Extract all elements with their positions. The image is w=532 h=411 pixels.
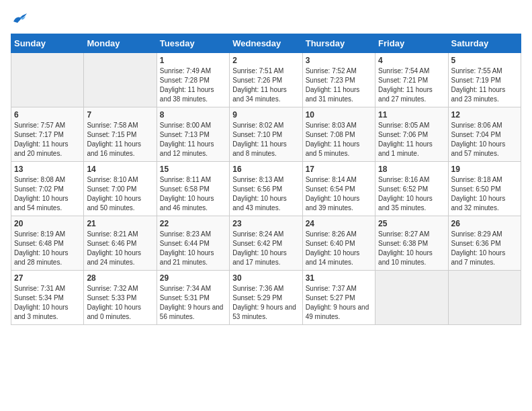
day-cell: 16Sunrise: 8:13 AMSunset: 6:56 PMDayligh… xyxy=(230,162,302,216)
day-info: Sunrise: 7:55 AMSunset: 7:19 PMDaylight:… xyxy=(451,66,518,104)
day-cell: 14Sunrise: 8:10 AMSunset: 7:00 PMDayligh… xyxy=(84,162,157,216)
day-cell: 22Sunrise: 8:23 AMSunset: 6:44 PMDayligh… xyxy=(157,216,229,271)
day-info: Sunrise: 8:10 AMSunset: 7:00 PMDaylight:… xyxy=(87,175,153,213)
day-cell: 30Sunrise: 7:36 AMSunset: 5:29 PMDayligh… xyxy=(230,271,302,325)
day-cell: 8Sunrise: 8:00 AMSunset: 7:13 PMDaylight… xyxy=(157,107,229,162)
day-cell xyxy=(375,271,448,325)
day-info: Sunrise: 8:13 AMSunset: 6:56 PMDaylight:… xyxy=(232,175,299,213)
day-info: Sunrise: 8:18 AMSunset: 6:50 PMDaylight:… xyxy=(451,175,518,213)
col-header-monday: Monday xyxy=(84,34,157,53)
day-cell: 5Sunrise: 7:55 AMSunset: 7:19 PMDaylight… xyxy=(448,53,521,107)
logo-bird-icon xyxy=(11,11,30,26)
day-cell: 7Sunrise: 7:58 AMSunset: 7:15 PMDaylight… xyxy=(84,107,157,162)
day-info: Sunrise: 7:54 AMSunset: 7:21 PMDaylight:… xyxy=(378,66,445,104)
day-number: 11 xyxy=(378,110,445,120)
col-header-friday: Friday xyxy=(375,34,448,53)
week-row-3: 13Sunrise: 8:08 AMSunset: 7:02 PMDayligh… xyxy=(11,162,521,216)
day-cell: 25Sunrise: 8:27 AMSunset: 6:38 PMDayligh… xyxy=(375,216,448,271)
day-number: 24 xyxy=(306,219,372,228)
day-info: Sunrise: 8:03 AMSunset: 7:08 PMDaylight:… xyxy=(306,121,372,158)
day-number: 7 xyxy=(87,110,153,120)
day-cell: 1Sunrise: 7:49 AMSunset: 7:28 PMDaylight… xyxy=(157,53,229,107)
day-info: Sunrise: 8:27 AMSunset: 6:38 PMDaylight:… xyxy=(378,230,445,267)
col-header-sunday: Sunday xyxy=(11,34,84,53)
week-row-2: 6Sunrise: 7:57 AMSunset: 7:17 PMDaylight… xyxy=(11,107,521,162)
day-number: 10 xyxy=(306,110,372,120)
day-cell: 6Sunrise: 7:57 AMSunset: 7:17 PMDaylight… xyxy=(11,107,84,162)
week-row-4: 20Sunrise: 8:19 AMSunset: 6:48 PMDayligh… xyxy=(11,216,521,271)
day-cell: 17Sunrise: 8:14 AMSunset: 6:54 PMDayligh… xyxy=(302,162,375,216)
day-number: 21 xyxy=(87,219,153,228)
day-number: 27 xyxy=(14,273,81,283)
day-cell: 11Sunrise: 8:05 AMSunset: 7:06 PMDayligh… xyxy=(375,107,448,162)
day-cell xyxy=(84,53,157,107)
calendar-table: SundayMondayTuesdayWednesdayThursdayFrid… xyxy=(11,34,521,325)
day-info: Sunrise: 8:21 AMSunset: 6:46 PMDaylight:… xyxy=(87,230,153,267)
day-cell: 24Sunrise: 8:26 AMSunset: 6:40 PMDayligh… xyxy=(302,216,375,271)
day-number: 6 xyxy=(14,110,81,120)
col-header-saturday: Saturday xyxy=(448,34,521,53)
day-cell: 12Sunrise: 8:06 AMSunset: 7:04 PMDayligh… xyxy=(448,107,521,162)
day-cell xyxy=(11,53,84,107)
day-info: Sunrise: 7:52 AMSunset: 7:23 PMDaylight:… xyxy=(306,66,372,104)
day-info: Sunrise: 7:37 AMSunset: 5:27 PMDaylight:… xyxy=(306,284,372,322)
day-number: 3 xyxy=(306,56,372,65)
day-number: 23 xyxy=(232,219,299,228)
day-info: Sunrise: 7:36 AMSunset: 5:29 PMDaylight:… xyxy=(232,284,299,322)
day-cell xyxy=(448,271,521,325)
day-info: Sunrise: 7:32 AMSunset: 5:33 PMDaylight:… xyxy=(87,284,153,322)
col-header-tuesday: Tuesday xyxy=(157,34,229,53)
day-cell: 28Sunrise: 7:32 AMSunset: 5:33 PMDayligh… xyxy=(84,271,157,325)
day-info: Sunrise: 7:49 AMSunset: 7:28 PMDaylight:… xyxy=(160,66,226,104)
day-number: 5 xyxy=(451,56,518,65)
day-number: 15 xyxy=(160,165,226,174)
day-number: 30 xyxy=(232,273,299,283)
week-row-1: 1Sunrise: 7:49 AMSunset: 7:28 PMDaylight… xyxy=(11,53,521,107)
day-info: Sunrise: 7:58 AMSunset: 7:15 PMDaylight:… xyxy=(87,121,153,158)
day-cell: 3Sunrise: 7:52 AMSunset: 7:23 PMDaylight… xyxy=(302,53,375,107)
day-info: Sunrise: 8:06 AMSunset: 7:04 PMDaylight:… xyxy=(451,121,518,158)
day-number: 14 xyxy=(87,165,153,174)
day-number: 26 xyxy=(451,219,518,228)
day-info: Sunrise: 7:57 AMSunset: 7:17 PMDaylight:… xyxy=(14,121,81,158)
day-info: Sunrise: 7:51 AMSunset: 7:26 PMDaylight:… xyxy=(232,66,299,104)
day-cell: 29Sunrise: 7:34 AMSunset: 5:31 PMDayligh… xyxy=(157,271,229,325)
day-number: 2 xyxy=(232,56,299,65)
day-cell: 27Sunrise: 7:31 AMSunset: 5:34 PMDayligh… xyxy=(11,271,84,325)
day-cell: 13Sunrise: 8:08 AMSunset: 7:02 PMDayligh… xyxy=(11,162,84,216)
day-number: 16 xyxy=(232,165,299,174)
day-info: Sunrise: 8:26 AMSunset: 6:40 PMDaylight:… xyxy=(306,230,372,267)
day-cell: 21Sunrise: 8:21 AMSunset: 6:46 PMDayligh… xyxy=(84,216,157,271)
day-info: Sunrise: 8:24 AMSunset: 6:42 PMDaylight:… xyxy=(232,230,299,267)
week-row-5: 27Sunrise: 7:31 AMSunset: 5:34 PMDayligh… xyxy=(11,271,521,325)
day-info: Sunrise: 7:31 AMSunset: 5:34 PMDaylight:… xyxy=(14,284,81,322)
page-header xyxy=(11,11,521,26)
day-info: Sunrise: 7:34 AMSunset: 5:31 PMDaylight:… xyxy=(160,284,226,322)
col-header-thursday: Thursday xyxy=(302,34,375,53)
day-info: Sunrise: 8:16 AMSunset: 6:52 PMDaylight:… xyxy=(378,175,445,213)
day-cell: 20Sunrise: 8:19 AMSunset: 6:48 PMDayligh… xyxy=(11,216,84,271)
day-number: 1 xyxy=(160,56,226,65)
day-number: 31 xyxy=(306,273,372,283)
day-number: 12 xyxy=(451,110,518,120)
day-number: 29 xyxy=(160,273,226,283)
day-cell: 23Sunrise: 8:24 AMSunset: 6:42 PMDayligh… xyxy=(230,216,302,271)
day-cell: 19Sunrise: 8:18 AMSunset: 6:50 PMDayligh… xyxy=(448,162,521,216)
col-header-wednesday: Wednesday xyxy=(230,34,302,53)
day-info: Sunrise: 8:29 AMSunset: 6:36 PMDaylight:… xyxy=(451,230,518,267)
day-number: 4 xyxy=(378,56,445,65)
header-row: SundayMondayTuesdayWednesdayThursdayFrid… xyxy=(11,34,521,53)
day-info: Sunrise: 8:11 AMSunset: 6:58 PMDaylight:… xyxy=(160,175,226,213)
day-cell: 15Sunrise: 8:11 AMSunset: 6:58 PMDayligh… xyxy=(157,162,229,216)
day-number: 8 xyxy=(160,110,226,120)
day-info: Sunrise: 8:02 AMSunset: 7:10 PMDaylight:… xyxy=(232,121,299,158)
day-cell: 31Sunrise: 7:37 AMSunset: 5:27 PMDayligh… xyxy=(302,271,375,325)
day-number: 22 xyxy=(160,219,226,228)
day-number: 9 xyxy=(232,110,299,120)
day-cell: 4Sunrise: 7:54 AMSunset: 7:21 PMDaylight… xyxy=(375,53,448,107)
day-number: 19 xyxy=(451,165,518,174)
day-cell: 10Sunrise: 8:03 AMSunset: 7:08 PMDayligh… xyxy=(302,107,375,162)
day-number: 25 xyxy=(378,219,445,228)
day-cell: 18Sunrise: 8:16 AMSunset: 6:52 PMDayligh… xyxy=(375,162,448,216)
day-cell: 26Sunrise: 8:29 AMSunset: 6:36 PMDayligh… xyxy=(448,216,521,271)
